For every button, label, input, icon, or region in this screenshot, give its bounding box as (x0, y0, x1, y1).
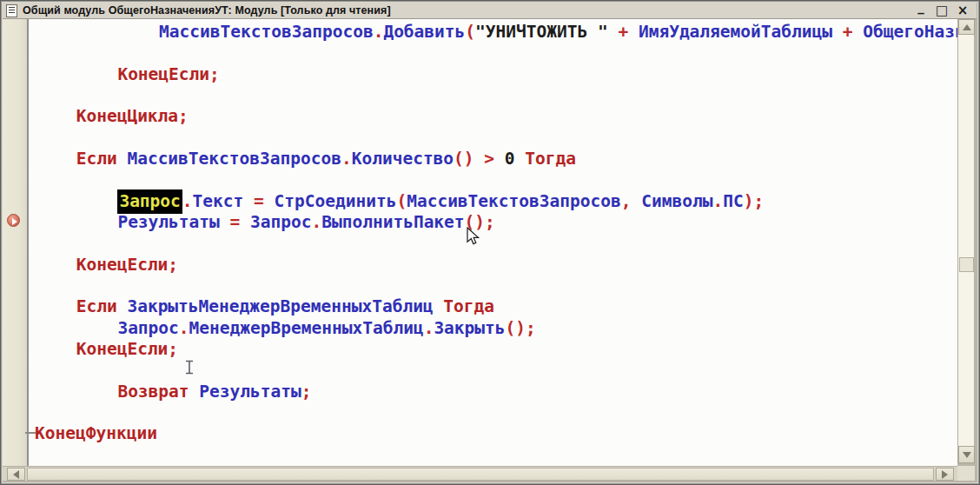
code-token: Тогда (434, 296, 494, 316)
scroll-up-button[interactable] (958, 19, 975, 35)
code-token: ПС (723, 191, 743, 211)
code-line (29, 402, 957, 423)
close-button[interactable]: × (956, 3, 970, 17)
code-token: . (179, 318, 189, 338)
current-position-marker-icon (7, 214, 20, 227)
code-token: 0 (505, 149, 515, 169)
code-token: "УНИЧТОЖИТЬ " (475, 22, 608, 42)
code-token: КонецЕсли (76, 255, 169, 275)
triangle-up-icon (963, 24, 971, 30)
scroll-left-button[interactable] (7, 468, 25, 481)
code-token: . (341, 149, 352, 169)
code-line (29, 169, 957, 190)
code-line: КонецЦикла; (29, 106, 957, 127)
code-token: Запрос (250, 212, 311, 232)
code-token: Результаты (199, 382, 301, 402)
horizontal-scroll-track[interactable] (26, 468, 935, 481)
code-token: Добавить (383, 22, 465, 42)
code-token (117, 296, 128, 316)
code-token (189, 382, 200, 402)
code-token: МенеджерВременныхТаблиц (189, 318, 424, 338)
code-token: КонецФункции (35, 423, 157, 443)
code-token: КонецЕсли (76, 339, 169, 359)
scroll-right-button[interactable] (936, 468, 954, 481)
code-token: Результаты (117, 212, 219, 232)
triangle-left-icon (13, 470, 19, 479)
code-token (117, 149, 128, 169)
scrollbar-corner (957, 466, 975, 481)
vertical-scrollbar[interactable] (957, 19, 974, 463)
minimize-button[interactable]: _ (914, 3, 928, 17)
text-ibeam-cursor (183, 360, 195, 375)
code-token: . (182, 191, 193, 211)
code-token: МассивТекстовЗапросов (407, 191, 621, 211)
code-token: . (311, 212, 321, 232)
vertical-scroll-track[interactable] (958, 35, 975, 446)
fold-marker[interactable] (25, 432, 36, 434)
code-token: Закрыть (434, 318, 505, 338)
code-token: МассивТекстовЗапросов (159, 22, 374, 42)
code-token: МассивТекстовЗапросов (127, 149, 341, 169)
code-token: . (712, 191, 723, 211)
vertical-scroll-thumb[interactable] (959, 257, 974, 272)
code-line (29, 276, 957, 296)
code-token: Количество (352, 149, 454, 169)
code-token: Если (76, 296, 117, 316)
code-line: Результаты = Запрос.ВыполнитьПакет(); (29, 212, 957, 233)
code-line (29, 85, 957, 106)
code-line: КонецФункции (29, 423, 957, 444)
module-editor-window: Общий модуль ОбщегоНазначенияУТ: Модуль … (0, 0, 980, 485)
code-token: () > (454, 149, 505, 169)
code-token: ВыполнитьПакет (321, 212, 464, 232)
code-token: Если (76, 149, 117, 169)
window-title: Общий модуль ОбщегоНазначенияУТ: Модуль … (23, 4, 391, 17)
code-editor[interactable]: МассивТекстовЗапросов.Добавить("УНИЧТОЖИ… (29, 19, 957, 466)
code-line (29, 360, 957, 381)
code-token: ; (168, 255, 178, 275)
code-token: КонецЕсли (117, 64, 209, 84)
code-token: + (832, 22, 863, 42)
code-line (29, 233, 957, 254)
title-bar[interactable]: Общий модуль ОбщегоНазначенияУТ: Модуль … (3, 3, 977, 19)
scroll-down-button[interactable] (958, 446, 975, 463)
code-token: ; (178, 106, 189, 126)
code-token: . (424, 318, 434, 338)
code-line: Возврат Результаты; (29, 382, 957, 402)
close-icon: × (957, 3, 969, 18)
code-token: КонецЦикла (76, 106, 178, 126)
horizontal-scrollbar[interactable] (3, 466, 957, 481)
code-token: ИмяУдаляемойТаблицы (639, 22, 832, 42)
code-token: Тогда (515, 149, 576, 169)
maximize-button[interactable]: □ (935, 3, 949, 17)
code-token: ОбщегоНазна (863, 22, 957, 42)
code-line (29, 128, 957, 149)
code-token: = (220, 212, 250, 232)
editor-gutter[interactable] (3, 19, 27, 466)
horizontal-scroll-thumb[interactable] (27, 468, 934, 481)
code-token: Символы (641, 191, 712, 211)
code-line: Если МассивТекстовЗапросов.Количество() … (29, 149, 957, 169)
code-line: Запрос.Текст = СтрСоединить(МассивТексто… (29, 191, 957, 212)
code-line: КонецЕсли; (29, 339, 957, 360)
highlighted-word: Запрос (117, 189, 182, 214)
triangle-right-icon (942, 470, 948, 479)
code-token: ; (301, 382, 312, 402)
code-token: СтрСоединить (275, 191, 397, 211)
code-token: . (374, 22, 384, 42)
code-token: ; (168, 339, 178, 359)
code-token: = (243, 191, 274, 211)
code-token: + (608, 22, 639, 42)
triangle-down-icon (963, 452, 971, 458)
code-line (29, 43, 957, 63)
code-token: ( (465, 22, 475, 42)
code-token: Текст (193, 191, 244, 211)
module-icon (6, 4, 17, 17)
code-token: , (621, 191, 632, 211)
code-line: Запрос.МенеджерВременныхТаблиц.Закрыть()… (29, 318, 957, 339)
code-token: Запрос (117, 318, 178, 338)
window-controls: _ □ × (914, 3, 977, 17)
minimize-icon: _ (917, 0, 924, 15)
maximize-icon: □ (936, 3, 948, 18)
code-line: КонецЕсли; (29, 64, 957, 85)
code-token: ; (209, 64, 220, 84)
